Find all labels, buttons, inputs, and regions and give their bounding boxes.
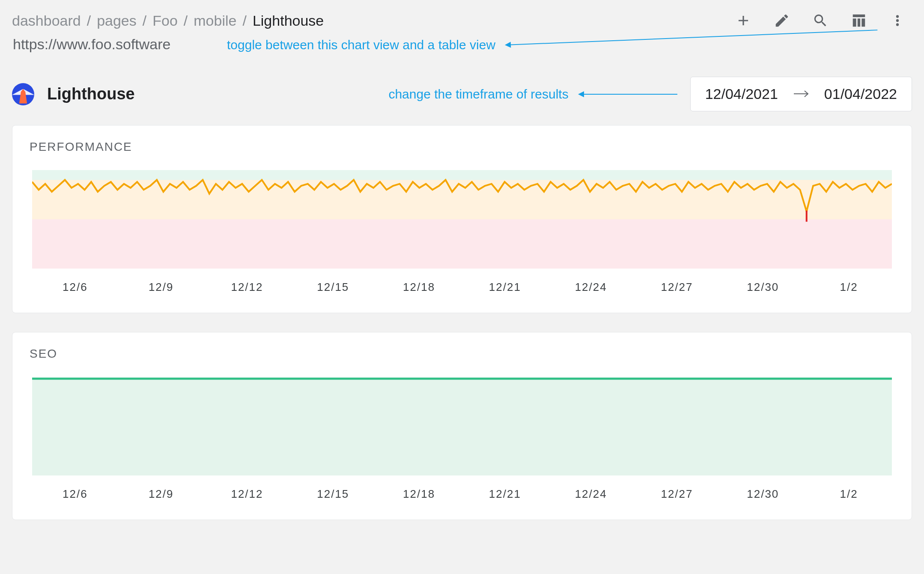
more-icon[interactable] xyxy=(889,12,906,29)
crumb-mobile[interactable]: mobile xyxy=(194,12,236,29)
breadcrumb-sep: / xyxy=(184,12,188,29)
performance-xaxis: 12/6 12/9 12/12 12/15 12/18 12/21 12/24 … xyxy=(32,281,892,294)
xaxis-tick: 12/18 xyxy=(376,487,462,501)
xaxis-tick: 12/27 xyxy=(634,281,720,294)
xaxis-tick: 12/24 xyxy=(548,487,634,501)
seo-chart[interactable] xyxy=(32,377,892,475)
seo-card: SEO 12/6 12/9 12/12 12/15 12/18 12/21 12… xyxy=(12,332,912,520)
arrow-right-icon xyxy=(793,86,809,102)
xaxis-tick: 12/6 xyxy=(32,487,118,501)
add-icon[interactable] xyxy=(735,12,752,29)
breadcrumb-sep: / xyxy=(87,12,91,29)
svg-rect-1 xyxy=(32,170,892,180)
svg-rect-3 xyxy=(32,219,892,269)
breadcrumb-sep: / xyxy=(143,12,146,29)
seo-xaxis: 12/6 12/9 12/12 12/15 12/18 12/21 12/24 … xyxy=(32,487,892,501)
xaxis-tick: 12/9 xyxy=(118,281,204,294)
xaxis-tick: 12/24 xyxy=(548,281,634,294)
search-icon[interactable] xyxy=(812,12,829,29)
date-range-from: 12/04/2021 xyxy=(705,86,778,102)
xaxis-tick: 1/2 xyxy=(806,281,892,294)
performance-chart[interactable] xyxy=(32,170,892,269)
annotation-change-timeframe-text: change the timeframe of results xyxy=(388,87,568,102)
xaxis-tick: 12/12 xyxy=(204,281,290,294)
breadcrumb: dashboard / pages / Foo / mobile / Light… xyxy=(12,12,324,29)
xaxis-tick: 12/15 xyxy=(290,281,376,294)
xaxis-tick: 12/27 xyxy=(634,487,720,501)
performance-card: PERFORMANCE 12/6 12/9 12/12 12/15 12/18 … xyxy=(12,125,912,313)
xaxis-tick: 12/9 xyxy=(118,487,204,501)
crumb-dashboard[interactable]: dashboard xyxy=(12,12,81,29)
annotation-arrow xyxy=(579,94,677,95)
xaxis-tick: 12/12 xyxy=(204,487,290,501)
xaxis-tick: 12/18 xyxy=(376,281,462,294)
xaxis-tick: 12/21 xyxy=(462,281,548,294)
xaxis-tick: 1/2 xyxy=(806,487,892,501)
svg-rect-5 xyxy=(32,379,892,475)
xaxis-tick: 12/6 xyxy=(32,281,118,294)
performance-title: PERFORMANCE xyxy=(30,140,900,154)
section-title: Lighthouse xyxy=(47,85,135,103)
top-actions xyxy=(735,12,912,29)
xaxis-tick: 12/21 xyxy=(462,487,548,501)
date-range-picker[interactable]: 12/04/2021 01/04/2022 xyxy=(690,77,912,111)
annotation-arrow xyxy=(506,30,877,45)
annotation-toggle-view-text: toggle between this chart view and a tab… xyxy=(227,38,495,52)
xaxis-tick: 12/15 xyxy=(290,487,376,501)
annotation-toggle-view: toggle between this chart view and a tab… xyxy=(227,38,878,52)
edit-icon[interactable] xyxy=(773,12,790,29)
xaxis-tick: 12/30 xyxy=(720,281,806,294)
date-range-to: 01/04/2022 xyxy=(824,86,897,102)
seo-title: SEO xyxy=(30,347,900,361)
crumb-foo[interactable]: Foo xyxy=(152,12,178,29)
lighthouse-icon xyxy=(12,83,34,105)
crumb-pages[interactable]: pages xyxy=(97,12,137,29)
table-view-icon[interactable] xyxy=(850,12,867,29)
annotation-change-timeframe: change the timeframe of results xyxy=(388,87,677,102)
xaxis-tick: 12/30 xyxy=(720,487,806,501)
crumb-lighthouse: Lighthouse xyxy=(253,12,324,29)
breadcrumb-sep: / xyxy=(242,12,246,29)
